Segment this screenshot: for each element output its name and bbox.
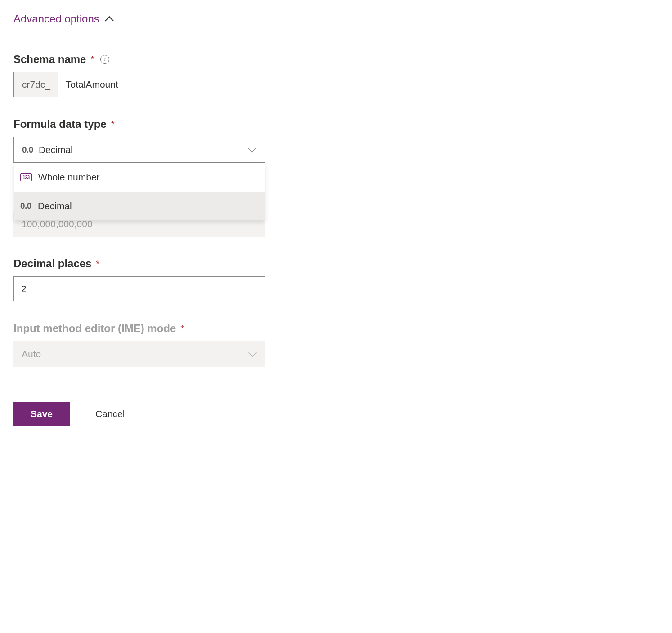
schema-name-input[interactable] bbox=[58, 72, 265, 97]
formula-data-type-label: Formula data type bbox=[13, 118, 107, 130]
option-label: Decimal bbox=[38, 201, 72, 211]
info-icon[interactable]: i bbox=[100, 55, 109, 64]
ime-mode-label: Input method editor (IME) mode bbox=[13, 322, 176, 335]
formula-data-type-options: 123 Whole number 0.0 Decimal bbox=[14, 163, 265, 220]
advanced-options-label: Advanced options bbox=[13, 13, 99, 25]
option-decimal[interactable]: 0.0 Decimal bbox=[14, 192, 265, 220]
chevron-down-icon bbox=[250, 146, 257, 153]
required-indicator: * bbox=[180, 323, 184, 334]
formula-data-type-dropdown[interactable]: 0.0 Decimal 123 Whole number 0.0 bbox=[13, 137, 265, 163]
schema-name-label: Schema name bbox=[13, 53, 86, 66]
save-button[interactable]: Save bbox=[13, 402, 70, 426]
decimal-places-input[interactable] bbox=[13, 276, 265, 301]
option-label: Whole number bbox=[38, 172, 100, 183]
schema-name-input-wrapper: cr7dc_ bbox=[13, 72, 265, 97]
footer: Save Cancel bbox=[0, 388, 672, 440]
cancel-button[interactable]: Cancel bbox=[78, 402, 142, 426]
schema-name-prefix: cr7dc_ bbox=[14, 72, 58, 97]
whole-number-icon: 123 bbox=[20, 173, 32, 181]
decimal-places-label: Decimal places bbox=[13, 257, 91, 270]
required-indicator: * bbox=[96, 259, 99, 269]
ime-mode-value: Auto bbox=[22, 349, 250, 359]
ime-mode-group: Input method editor (IME) mode * Auto bbox=[13, 322, 659, 367]
chevron-up-icon bbox=[106, 15, 113, 22]
required-indicator: * bbox=[111, 119, 115, 130]
decimal-places-group: Decimal places * bbox=[13, 257, 659, 301]
schema-name-group: Schema name * i cr7dc_ bbox=[13, 53, 659, 97]
dropdown-selected-text: Decimal bbox=[39, 144, 250, 155]
chevron-down-icon bbox=[250, 350, 257, 358]
formula-data-type-group: Formula data type * 0.0 Decimal 123 Whol… bbox=[13, 118, 659, 163]
decimal-icon: 0.0 bbox=[22, 145, 33, 155]
required-indicator: * bbox=[90, 54, 94, 65]
advanced-options-toggle[interactable]: Advanced options bbox=[13, 13, 659, 25]
ime-mode-dropdown: Auto bbox=[13, 341, 265, 367]
option-whole-number[interactable]: 123 Whole number bbox=[14, 163, 265, 192]
decimal-icon: 0.0 bbox=[20, 201, 31, 211]
